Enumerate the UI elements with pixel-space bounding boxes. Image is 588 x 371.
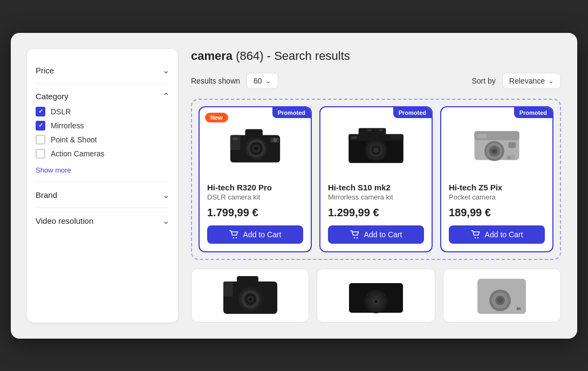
svg-rect-34: [508, 142, 516, 148]
checkbox-dslr[interactable]: [36, 107, 45, 116]
chevron-down-icon-video: ⌄: [162, 216, 169, 226]
filter-video-resolution-label: Video resolution: [36, 216, 93, 225]
page-title: camera (864) - Search results: [191, 49, 561, 63]
chevron-down-icon: ⌄: [162, 65, 169, 75]
app-window: Price ⌄ Category ⌃ DSLR Mir: [11, 33, 577, 339]
svg-point-25: [353, 237, 354, 238]
product-price-z5pix: 189,99 €: [449, 207, 545, 219]
svg-rect-9: [233, 138, 237, 140]
show-more-link[interactable]: Show more: [36, 166, 169, 174]
promoted-container: Promoted New: [191, 99, 561, 260]
partial-card-1: [191, 269, 309, 322]
product-price-s10mk2: 1.299,99 €: [328, 207, 424, 219]
category-option-mirrorless[interactable]: Mirrorless: [36, 121, 169, 130]
product-info-r320pro: Hi-tech R320 Pro DSLR camera kit 1.799,9…: [200, 183, 311, 219]
product-info-s10mk2: Hi-tech S10 mk2 Mirrorless camera kit 1.…: [320, 183, 432, 219]
chevron-down-icon-brand: ⌄: [162, 190, 169, 200]
filter-brand-header[interactable]: Brand ⌄: [36, 190, 169, 200]
svg-rect-23: [367, 129, 371, 131]
cart-icon-1: [229, 230, 239, 239]
category-option-dslr[interactable]: DSLR: [36, 107, 169, 116]
checkbox-point-shoot[interactable]: [36, 135, 45, 145]
promoted-badge-1: Promoted: [272, 107, 311, 118]
sort-by-value: Relevance: [509, 77, 545, 85]
toolbar: Results shown 60 ⌄ Sort by Relevance ⌄: [191, 73, 561, 89]
products-grid-bottom: 4K: [191, 269, 561, 322]
svg-point-53: [374, 300, 378, 303]
product-card-r320pro: Promoted New: [199, 106, 312, 252]
filter-category-header[interactable]: Category ⌃: [36, 91, 169, 101]
svg-rect-22: [351, 136, 357, 139]
filter-price: Price ⌄: [36, 58, 169, 84]
product-image-z5pix: 4K: [441, 107, 552, 183]
filter-video-resolution-header[interactable]: Video resolution ⌄: [36, 216, 169, 226]
dslr-camera-image: [223, 118, 288, 172]
svg-rect-2: [230, 135, 240, 150]
product-name-r320pro: Hi-tech R320 Pro: [207, 183, 303, 192]
add-to-cart-r320pro[interactable]: Add to Cart: [207, 225, 303, 244]
product-name-s10mk2: Hi-tech S10 mk2: [328, 183, 424, 192]
svg-rect-47: [223, 281, 233, 297]
sidebar: Price ⌄ Category ⌃ DSLR Mir: [27, 49, 178, 322]
svg-rect-37: [507, 155, 516, 160]
partial-4k-camera-image: 4K: [472, 273, 531, 322]
svg-rect-21: [391, 135, 401, 139]
svg-point-12: [235, 237, 236, 238]
partial-card-2: [317, 269, 435, 322]
category-label-point-shoot: Point & Shoot: [51, 135, 97, 144]
filter-video-resolution: Video resolution ⌄: [36, 208, 169, 233]
svg-point-7: [254, 146, 258, 150]
product-info-z5pix: Hi-tech Z5 Pix Pocket camera 189,99 €: [441, 183, 552, 219]
filter-brand-label: Brand: [36, 190, 57, 200]
svg-rect-24: [379, 129, 382, 131]
results-shown-chevron-icon: ⌄: [265, 77, 271, 85]
cart-icon-2: [350, 230, 360, 239]
filter-brand: Brand ⌄: [36, 182, 169, 208]
category-option-action-cameras[interactable]: Action Cameras: [36, 149, 169, 159]
product-subtitle-s10mk2: Mirrorless camera kit: [328, 193, 424, 201]
category-label-mirrorless: Mirrorless: [51, 121, 84, 130]
sort-by-select[interactable]: Relevance ⌄: [502, 73, 561, 89]
filter-price-header[interactable]: Price ⌄: [36, 65, 169, 75]
product-card-s10mk2: Promoted: [319, 106, 433, 252]
cart-icon-3: [471, 230, 481, 239]
mirrorless-camera-image: [344, 118, 408, 172]
search-term: camera: [191, 49, 233, 63]
results-shown-select[interactable]: 60 ⌄: [247, 73, 278, 89]
category-options: DSLR Mirrorless Point & Shoot Action Cam…: [36, 107, 169, 174]
svg-point-58: [497, 298, 503, 303]
svg-rect-41: [237, 276, 258, 286]
pocket-camera-image: 4K: [464, 118, 529, 172]
filter-price-label: Price: [36, 66, 54, 75]
results-shown-label: Results shown: [191, 77, 240, 85]
add-to-cart-label-1: Add to Cart: [243, 230, 282, 239]
category-label-action-cameras: Action Cameras: [51, 149, 105, 158]
checkbox-action-cameras[interactable]: [36, 149, 45, 159]
svg-rect-35: [477, 134, 487, 138]
checkbox-mirrorless[interactable]: [36, 121, 45, 130]
main-content: camera (864) - Search results Results sh…: [191, 49, 561, 322]
product-price-r320pro: 1.799,99 €: [207, 207, 303, 219]
filter-category: Category ⌃ DSLR Mirrorless Point & Shoo: [36, 84, 169, 182]
partial-dslr-image: [221, 273, 280, 322]
page-layout: Price ⌄ Category ⌃ DSLR Mir: [27, 49, 561, 322]
new-badge-1: New: [205, 113, 228, 122]
svg-point-46: [249, 298, 252, 301]
svg-point-11: [233, 237, 234, 238]
svg-point-38: [474, 237, 475, 238]
svg-point-39: [477, 237, 478, 238]
category-label-dslr: DSLR: [51, 107, 71, 116]
title-suffix: - Search results: [267, 49, 350, 63]
svg-point-26: [356, 237, 357, 238]
svg-text:4K: 4K: [516, 307, 521, 311]
product-image-s10mk2: [320, 107, 432, 183]
result-count: (864): [236, 49, 263, 63]
promoted-badge-3: Promoted: [514, 107, 552, 118]
partial-card-3: 4K: [443, 269, 561, 322]
add-to-cart-s10mk2[interactable]: Add to Cart: [328, 225, 424, 244]
add-to-cart-z5pix[interactable]: Add to Cart: [449, 225, 545, 244]
chevron-up-icon: ⌃: [162, 91, 169, 101]
product-subtitle-r320pro: DSLR camera kit: [207, 193, 303, 201]
category-option-point-shoot[interactable]: Point & Shoot: [36, 135, 169, 145]
results-shown-value: 60: [254, 77, 262, 85]
